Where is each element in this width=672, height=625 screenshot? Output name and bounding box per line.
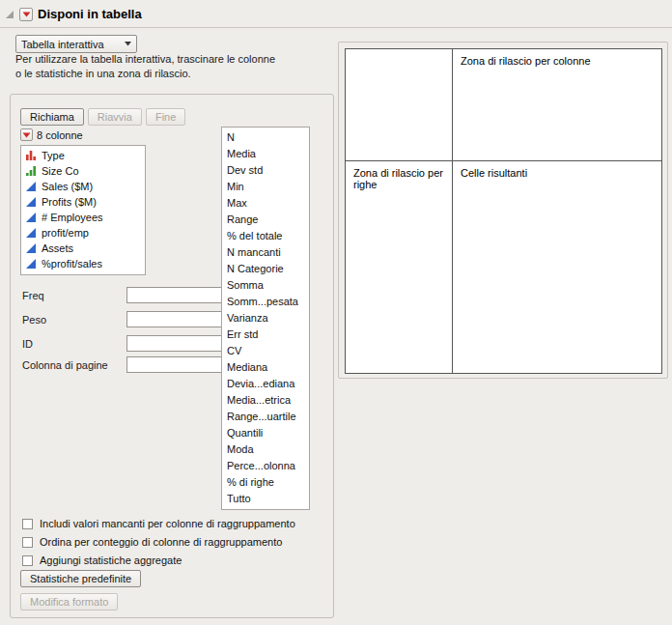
checkbox-label: Aggiungi statistiche aggregate <box>40 554 182 566</box>
stat-item[interactable]: Err std <box>222 327 309 343</box>
column-item[interactable]: # Employees <box>21 210 145 225</box>
stat-item[interactable]: Max <box>222 195 309 212</box>
dropzone-grid: Zona di rilascio per colonne Zona di ril… <box>345 48 662 374</box>
instructions-line1: Per utilizzare la tabella interattiva, t… <box>15 52 275 67</box>
freq-input[interactable] <box>126 287 225 303</box>
column-item[interactable]: Type <box>21 148 145 163</box>
stat-item[interactable]: Range...uartile <box>222 409 309 425</box>
nominal-icon <box>25 150 37 161</box>
stat-item[interactable]: Range <box>222 212 309 228</box>
instructions-line2: o le statistiche in una zona di rilascio… <box>15 67 275 81</box>
page-title: Disponi in tabella <box>38 7 142 21</box>
stat-item[interactable]: Perce...olonna <box>222 458 309 474</box>
stat-item[interactable]: Mediana <box>222 359 309 376</box>
stat-item[interactable]: Quantili <box>222 425 309 441</box>
column-label: # Employees <box>42 212 103 223</box>
continuous-icon <box>25 242 37 254</box>
outline-header: Disponi in tabella <box>5 7 142 21</box>
statistics-list[interactable]: N Media Dev std Min Max Range % del tota… <box>221 127 310 510</box>
page-column-label: Colonna di pagine <box>22 359 108 371</box>
stat-item[interactable]: N <box>222 129 309 146</box>
column-label: %profit/sales <box>42 258 102 270</box>
checkbox-order-by-count[interactable]: Ordina per conteggio di colonne di raggr… <box>22 535 282 549</box>
column-label: profit/emp <box>42 227 89 239</box>
checkbox-icon[interactable] <box>22 555 33 566</box>
action-button-row: Richiama Riavvia Fine <box>20 108 185 126</box>
stat-item[interactable]: Somm...pesata <box>222 294 309 310</box>
column-label: Sales ($M) <box>42 181 93 192</box>
done-button[interactable]: Fine <box>146 108 185 126</box>
stat-item[interactable]: N mancanti <box>222 244 309 261</box>
column-label: Profits ($M) <box>42 196 97 208</box>
column-item[interactable]: Profits ($M) <box>21 194 145 210</box>
column-label: Type <box>42 150 65 161</box>
stat-item[interactable]: Tutto <box>222 491 309 507</box>
continuous-icon <box>25 196 37 208</box>
id-input[interactable] <box>126 335 225 352</box>
column-item[interactable]: profit/emp <box>21 225 145 241</box>
table-mode-value: Tabella interattiva <box>21 39 104 50</box>
dropzone-corner[interactable] <box>346 49 452 160</box>
chevron-down-icon <box>125 42 131 46</box>
freq-label: Freq <box>22 290 44 301</box>
weight-label: Peso <box>22 314 46 326</box>
id-field-row: ID <box>22 335 237 353</box>
red-triangle-menu-icon[interactable] <box>19 8 33 21</box>
checkbox-label: Ordina per conteggio di colonne di raggr… <box>40 536 282 548</box>
outline-collapse-icon[interactable] <box>5 10 14 19</box>
checkbox-add-aggregate-stats[interactable]: Aggiungi statistiche aggregate <box>22 554 182 567</box>
stat-item[interactable]: Devia...ediana <box>222 376 309 392</box>
dropzone-columns[interactable]: Zona di rilascio per colonne <box>453 49 661 160</box>
stat-item[interactable]: Somma <box>222 277 309 294</box>
stat-item[interactable]: Media...etrica <box>222 392 309 409</box>
stat-item[interactable]: Dev std <box>222 162 309 179</box>
freq-field-row: Freq <box>22 287 237 304</box>
stat-item[interactable]: CV <box>222 343 309 359</box>
id-label: ID <box>22 338 33 350</box>
column-label: Size Co <box>42 165 79 177</box>
checkbox-label: Includi valori mancanti per colonne di r… <box>40 518 295 529</box>
ordinal-icon <box>25 165 37 177</box>
dropzone-panel: Zona di rilascio per colonne Zona di ril… <box>338 42 668 379</box>
continuous-icon <box>25 258 37 270</box>
checkbox-icon[interactable] <box>22 519 33 529</box>
checkbox-icon[interactable] <box>22 537 33 548</box>
continuous-icon <box>25 181 37 192</box>
stat-item[interactable]: Min <box>222 179 309 195</box>
table-mode-select[interactable]: Tabella interattiva <box>15 35 137 53</box>
stat-item[interactable]: Moda <box>222 441 309 458</box>
stat-item[interactable]: N Categorie <box>222 261 309 277</box>
page-column-input[interactable] <box>126 356 225 373</box>
stat-item[interactable]: % di righe <box>222 474 309 491</box>
dropzone-results[interactable]: Celle risultanti <box>453 161 661 373</box>
column-item[interactable]: Sales ($M) <box>21 179 145 194</box>
continuous-icon <box>25 212 37 223</box>
change-format-button[interactable]: Modifica formato <box>20 593 118 611</box>
column-item[interactable]: %profit/sales <box>21 256 145 271</box>
weight-input[interactable] <box>126 311 225 327</box>
red-triangle-menu-icon[interactable] <box>20 128 33 141</box>
instructions: Per utilizzare la tabella interattiva, t… <box>15 52 275 81</box>
restart-button[interactable]: Riavvia <box>88 108 142 126</box>
columns-count-label: 8 colonne <box>37 129 83 141</box>
default-statistics-button[interactable]: Statistiche predefinite <box>20 570 141 587</box>
columns-list[interactable]: Type Size Co Sales ($M) Profits ($M) # E… <box>20 145 146 275</box>
columns-header: 8 colonne <box>20 128 83 141</box>
control-panel: Richiama Riavvia Fine 8 colonne Type Siz… <box>10 94 334 618</box>
dropzone-rows[interactable]: Zona di rilascio per righe <box>346 161 452 373</box>
weight-field-row: Peso <box>22 311 237 328</box>
stat-item[interactable]: Media <box>222 146 309 162</box>
continuous-icon <box>25 227 37 239</box>
recall-button[interactable]: Richiama <box>20 108 84 126</box>
column-label: Assets <box>42 242 73 254</box>
column-item[interactable]: Assets <box>21 241 145 256</box>
stat-item[interactable]: Varianza <box>222 310 309 327</box>
checkbox-include-missing[interactable]: Includi valori mancanti per colonne di r… <box>22 517 295 530</box>
divider <box>0 27 672 28</box>
stat-item[interactable]: % del totale <box>222 228 309 244</box>
page-column-field-row: Colonna di pagine <box>22 356 237 374</box>
column-item[interactable]: Size Co <box>21 163 145 179</box>
